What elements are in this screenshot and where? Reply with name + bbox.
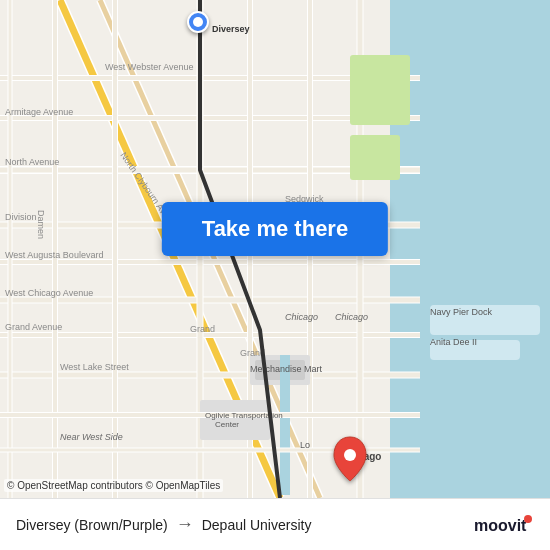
footer-destination: Depaul University	[202, 517, 312, 533]
svg-text:Armitage Avenue: Armitage Avenue	[5, 107, 73, 117]
take-me-there-button[interactable]: Take me there	[162, 202, 388, 256]
svg-rect-38	[350, 55, 410, 125]
svg-text:Anita Dee II: Anita Dee II	[430, 337, 477, 347]
svg-text:Diversey: Diversey	[212, 24, 250, 34]
svg-text:Division: Division	[5, 212, 37, 222]
svg-text:Grand: Grand	[190, 324, 215, 334]
svg-text:Chicago: Chicago	[335, 312, 368, 322]
svg-rect-45	[280, 355, 290, 495]
svg-point-76	[193, 17, 203, 27]
footer-bar: Diversey (Brown/Purple) → Depaul Univers…	[0, 498, 550, 550]
svg-point-78	[344, 449, 356, 461]
svg-text:West Augusta Boulevard: West Augusta Boulevard	[5, 250, 103, 260]
svg-text:Center: Center	[215, 420, 239, 429]
footer-arrow-icon: →	[176, 514, 194, 535]
svg-point-80	[524, 515, 532, 523]
svg-text:Near West Side: Near West Side	[60, 432, 123, 442]
svg-text:North Avenue: North Avenue	[5, 157, 59, 167]
origin-pin	[188, 12, 208, 32]
moovit-logo: moovit	[474, 513, 534, 537]
svg-text:Lo: Lo	[300, 440, 310, 450]
svg-text:West Chicago Avenue: West Chicago Avenue	[5, 288, 93, 298]
svg-rect-39	[350, 135, 400, 180]
svg-text:Damen: Damen	[36, 210, 46, 239]
svg-text:Navy Pier Dock: Navy Pier Dock	[430, 307, 493, 317]
app-container: West Webster Avenue Armitage Avenue Nort…	[0, 0, 550, 550]
svg-text:Merchandise Mart: Merchandise Mart	[250, 364, 323, 374]
svg-text:Chicago: Chicago	[285, 312, 318, 322]
map-attribution: © OpenStreetMap contributors © OpenMapTi…	[4, 479, 223, 492]
svg-text:moovit: moovit	[474, 517, 527, 534]
svg-text:West Lake Street: West Lake Street	[60, 362, 129, 372]
svg-text:West Webster Avenue: West Webster Avenue	[105, 62, 194, 72]
footer-origin: Diversey (Brown/Purple)	[16, 517, 168, 533]
moovit-logo-svg: moovit	[474, 513, 534, 537]
map-area: West Webster Avenue Armitage Avenue Nort…	[0, 0, 550, 498]
svg-text:Grand Avenue: Grand Avenue	[5, 322, 62, 332]
